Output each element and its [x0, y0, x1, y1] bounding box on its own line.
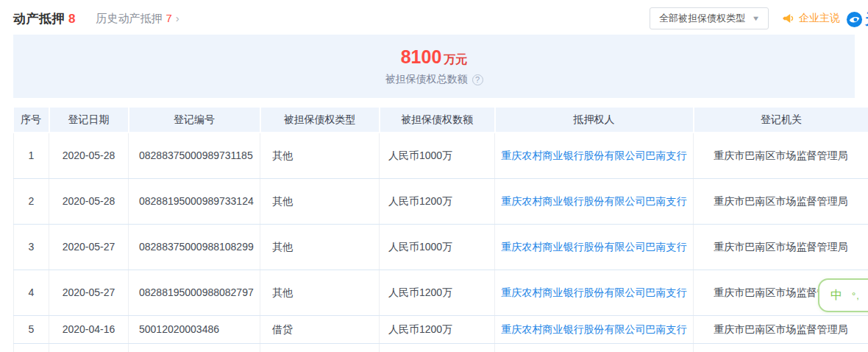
- cell-index: 5: [14, 315, 49, 343]
- history-count-badge: 7: [166, 12, 171, 24]
- history-mortgage-link[interactable]: 历史动产抵押 7 ›: [96, 12, 179, 26]
- cell-amount: 人民币1200万: [380, 270, 495, 315]
- col-header-index: 序号: [14, 108, 49, 133]
- cell-index: 3: [14, 224, 49, 270]
- owner-say-button[interactable]: 企业主说: [782, 12, 840, 25]
- summary-amount-row: 8100 万元: [401, 46, 468, 68]
- cell-type: 其他: [260, 224, 380, 270]
- mortgagee-link[interactable]: 重庆农村商业银行股份有限公司巴南支行: [502, 241, 687, 253]
- summary-caption: 被担保债权总数额: [385, 73, 468, 86]
- cell-authority: 重庆市巴南区市场监督管理局: [694, 224, 868, 270]
- cell-type: 借贷: [260, 315, 380, 343]
- brand-logo-partial-text: 天: [865, 10, 868, 29]
- summary-caption-row: 被担保债权总数额 ?: [385, 73, 483, 86]
- col-header-authority: 登记机关: [694, 108, 868, 133]
- translate-loading-dots: °,: [852, 290, 860, 301]
- table-row: 4 2020-05-27 08288195000988082797 其他 人民币…: [14, 270, 868, 315]
- cell-amount: 人民币1200万: [380, 178, 495, 224]
- cell-reg-no: 08288195000989733124: [129, 178, 260, 224]
- page-title: 动产抵押: [13, 10, 65, 27]
- col-header-date: 登记日期: [49, 108, 129, 133]
- debt-type-filter-dropdown[interactable]: 全部被担保债权类型 ▼: [650, 7, 769, 29]
- col-header-mortgagee: 抵押权人: [495, 108, 694, 133]
- cell-index: 2: [14, 178, 49, 224]
- summary-amount-unit: 万元: [444, 52, 467, 68]
- owner-say-label: 企业主说: [799, 12, 840, 25]
- col-header-type: 被担保债权类型: [260, 108, 380, 133]
- cell-date: 2020-04-16: [49, 315, 129, 343]
- chevron-right-icon: ›: [176, 12, 179, 24]
- megaphone-icon: [782, 12, 795, 25]
- cell-type: 其他: [260, 133, 380, 178]
- cell-index: 4: [14, 270, 49, 315]
- mortgagee-link[interactable]: 重庆农村商业银行股份有限公司巴南支行: [502, 286, 687, 298]
- mortgagee-link[interactable]: 重庆农村商业银行股份有限公司巴南支行: [502, 195, 687, 207]
- cell-authority: 重庆市巴南区市场监督管理局: [694, 178, 868, 224]
- caret-down-icon: ▼: [752, 15, 761, 22]
- topbar-right-controls: 全部被担保债权类型 ▼ 企业主说: [650, 7, 855, 29]
- section-header: 动产抵押 8 历史动产抵押 7 › 全部被担保债权类型 ▼ 企业主说: [13, 7, 855, 30]
- table-row: 1 2020-05-28 08288375000989731185 其他 人民币…: [14, 133, 868, 178]
- cell-amount: 人民币1000万: [380, 224, 495, 270]
- section-title-group: 动产抵押 8: [13, 10, 75, 27]
- summary-amount-value: 8100: [401, 46, 442, 68]
- cell-reg-no: 50012020003486: [129, 315, 260, 343]
- mortgage-table: 序号 登记日期 登记编号 被担保债权类型 被担保债权数额 抵押权人 登记机关 1…: [13, 108, 868, 352]
- table-row: 3 2020-05-27 08288375000988108299 其他 人民币…: [14, 224, 868, 270]
- cell-reg-no: 08288195000988082797: [129, 270, 260, 315]
- help-icon[interactable]: ?: [472, 74, 483, 85]
- cell-date: 2020-05-27: [49, 224, 129, 270]
- cell-date: 2020-05-28: [49, 133, 129, 178]
- col-header-amount: 被担保债权数额: [380, 108, 495, 133]
- secured-debt-summary-banner: 8100 万元 被担保债权总数额 ?: [13, 35, 855, 98]
- mortgagee-link[interactable]: 重庆农村商业银行股份有限公司巴南支行: [502, 323, 687, 335]
- cell-date: 2020-05-27: [49, 270, 129, 315]
- cell-authority: 重庆市巴南区市场监督管理局: [694, 315, 868, 343]
- translate-lang-label[interactable]: 中: [830, 288, 842, 303]
- history-label: 历史动产抵押: [96, 12, 162, 26]
- tianyancha-eye-icon: [846, 11, 863, 28]
- cell-reg-no: 08288375000989731185: [129, 133, 260, 178]
- cell-amount: 人民币1200万: [380, 315, 495, 343]
- table-row: 5 2020-04-16 50012020003486 借贷 人民币1200万 …: [14, 315, 868, 343]
- filter-dropdown-label: 全部被担保债权类型: [659, 12, 745, 25]
- page: 动产抵押 8 历史动产抵押 7 › 全部被担保债权类型 ▼ 企业主说: [0, 0, 868, 352]
- table-header-row: 序号 登记日期 登记编号 被担保债权类型 被担保债权数额 抵押权人 登记机关: [14, 108, 868, 133]
- cell-authority: 重庆市巴南区市场监督管理局: [694, 133, 868, 178]
- cell-index: 1: [14, 133, 49, 178]
- cell-type: 其他: [260, 178, 380, 224]
- cell-type: 其他: [260, 270, 380, 315]
- col-header-reg-no: 登记编号: [129, 108, 260, 133]
- translate-popup[interactable]: 中 °,: [818, 278, 868, 312]
- cell-date: 2020-05-28: [49, 178, 129, 224]
- brand-logo: 天: [846, 10, 868, 29]
- title-count-badge: 8: [68, 12, 75, 27]
- cell-amount: 人民币1000万: [380, 133, 495, 178]
- table-row-partial: [14, 343, 868, 352]
- table-row: 2 2020-05-28 08288195000989733124 其他 人民币…: [14, 178, 868, 224]
- mortgagee-link[interactable]: 重庆农村商业银行股份有限公司巴南支行: [502, 149, 687, 161]
- cell-reg-no: 08288375000988108299: [129, 224, 260, 270]
